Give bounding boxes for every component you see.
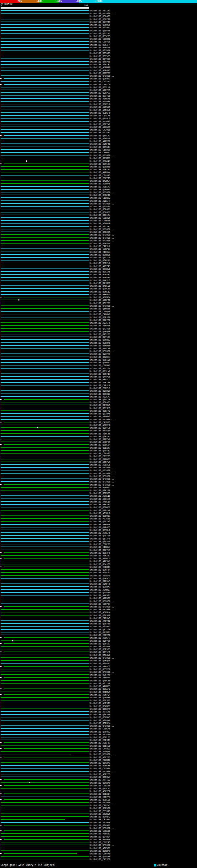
- hit-bar[interactable]: [1, 584, 89, 584]
- hit-label[interactable]: UniRef100_Q32ZG0: [90, 628, 110, 631]
- hit-label[interactable]: UniRef100_A8IZK3: [90, 9, 110, 12]
- hit-label[interactable]: UniRef100_Q6CWK3: [90, 716, 110, 719]
- hit-label[interactable]: UniRef100_C5YVN1: [90, 81, 110, 83]
- hit-bar[interactable]: [1, 697, 89, 698]
- hit-bar[interactable]: [1, 288, 89, 289]
- hit-label[interactable]: UniRef100_B6Q3P6: [90, 552, 110, 554]
- hit-bar[interactable]: [1, 709, 89, 709]
- hit-bar[interactable]: [1, 308, 89, 309]
- hit-label[interactable]: UniRef100_Q6LA05: [90, 401, 110, 404]
- hit-label[interactable]: UniRef100_UPI000...: [90, 770, 114, 773]
- hit-bar[interactable]: [1, 641, 89, 641]
- hit-label[interactable]: UniRef100_Q6BSM4: [90, 722, 110, 724]
- hit-label[interactable]: UniRef100_B3R6V5: [90, 293, 110, 296]
- hit-bar[interactable]: [1, 828, 89, 828]
- hit-label[interactable]: UniRef100_A4RUV4: [90, 171, 110, 174]
- hit-label[interactable]: UniRef100_A6EE73: [90, 186, 110, 188]
- hit-label[interactable]: UniRef100_A7TSW5: [90, 711, 110, 713]
- hit-label[interactable]: UniRef100_Q4PCW0: [90, 680, 110, 682]
- hit-bar[interactable]: [1, 186, 89, 187]
- hit-bar[interactable]: [1, 547, 89, 547]
- hit-label[interactable]: UniRef100_Q4G164: [90, 214, 110, 216]
- hit-label[interactable]: UniRef100_Q1NRT6: [90, 308, 110, 310]
- hit-bar[interactable]: [1, 700, 89, 701]
- hit-bar[interactable]: [1, 811, 89, 811]
- hit-bar[interactable]: [1, 581, 89, 581]
- hit-bar[interactable]: [1, 192, 89, 192]
- hit-bar[interactable]: [1, 768, 89, 769]
- hit-bar[interactable]: [1, 683, 89, 684]
- hit-bar[interactable]: [1, 416, 89, 416]
- hit-bar[interactable]: [1, 320, 89, 320]
- hit-bar[interactable]: [1, 61, 89, 62]
- hit-bar[interactable]: [1, 408, 89, 408]
- hit-label[interactable]: UniRef100_Q5WBZ7: [90, 362, 110, 364]
- hit-bar[interactable]: [1, 67, 89, 67]
- hit-label[interactable]: UniRef100_B0CS52: [90, 699, 110, 702]
- hit-bar[interactable]: [1, 197, 89, 198]
- hit-label[interactable]: UniRef100_Q5XXD9: [90, 256, 110, 259]
- hit-label[interactable]: UniRef100_B3NE12: [90, 291, 110, 293]
- hit-label[interactable]: UniRef100_UPI000...: [90, 844, 114, 846]
- hit-bar[interactable]: [1, 518, 89, 519]
- hit-bar[interactable]: [1, 209, 89, 209]
- hit-bar[interactable]: [1, 649, 89, 649]
- hit-label[interactable]: UniRef100_A8BPB6: [90, 324, 110, 327]
- hit-label[interactable]: UniRef100_UPI000...: [90, 418, 114, 421]
- hit-bar[interactable]: [4, 808, 89, 808]
- hit-label[interactable]: UniRef100_B6T9B9: [90, 58, 110, 60]
- hit-label[interactable]: UniRef100_C5WTC9: [90, 84, 110, 86]
- hit-label[interactable]: UniRef100_Q019M8: [90, 412, 110, 415]
- hit-bar[interactable]: [4, 831, 89, 831]
- hit-label[interactable]: UniRef100_B3LS96: [90, 799, 110, 801]
- hit-bar[interactable]: [1, 234, 89, 235]
- hit-bar[interactable]: [1, 16, 89, 16]
- hit-label[interactable]: UniRef100_B0FCU8: [90, 262, 110, 265]
- hit-label[interactable]: UniRef100_C5FP27: [90, 603, 110, 606]
- hit-label[interactable]: UniRef100_C4YJB8: [90, 858, 110, 861]
- hit-label[interactable]: UniRef100_Q45PM9: [90, 591, 110, 594]
- hit-bar[interactable]: [1, 70, 89, 70]
- hit-bar[interactable]: [4, 566, 89, 567]
- hit-bar[interactable]: [1, 805, 89, 805]
- hit-bar[interactable]: [1, 603, 89, 604]
- hit-bar[interactable]: [1, 348, 89, 348]
- hit-label[interactable]: UniRef100_Q5KHZ1: [90, 705, 110, 708]
- hit-bar[interactable]: [1, 260, 89, 260]
- hit-label[interactable]: UniRef100_C1C0N4: [90, 251, 110, 253]
- hit-label[interactable]: UniRef100_B6A176: [90, 271, 110, 273]
- hit-label[interactable]: UniRef100_C1FDJ9: [90, 149, 110, 151]
- hit-bar[interactable]: [1, 842, 89, 842]
- hit-bar[interactable]: [1, 394, 89, 394]
- hit-bar[interactable]: [1, 27, 89, 28]
- hit-label[interactable]: UniRef100_UPI000...: [90, 480, 114, 483]
- hit-label[interactable]: UniRef100_Q5AEW6: [90, 856, 110, 858]
- hit-label[interactable]: UniRef100_B8SW76: [90, 342, 110, 344]
- hit-label[interactable]: UniRef100_Q3SC05: [90, 35, 110, 37]
- hit-bar[interactable]: [1, 504, 89, 505]
- hit-label[interactable]: UniRef100_A9RSW6: [90, 109, 110, 112]
- hit-bar[interactable]: [1, 337, 89, 337]
- hit-bar[interactable]: [1, 859, 89, 859]
- hit-label[interactable]: UniRef100_C4YNR4: [90, 767, 110, 770]
- hit-bar[interactable]: [1, 195, 89, 195]
- hit-label[interactable]: UniRef100_C0H7L1: [90, 387, 110, 390]
- hit-label[interactable]: UniRef100_B9SK07: [90, 571, 110, 574]
- hit-label[interactable]: UniRef100_Q6BXJ4: [90, 793, 110, 795]
- hit-label[interactable]: UniRef100_Q6L4D9: [90, 15, 110, 18]
- hit-bar[interactable]: [1, 113, 89, 113]
- hit-bar[interactable]: [1, 731, 89, 732]
- hit-bar[interactable]: [1, 510, 89, 510]
- hit-label[interactable]: UniRef100_A9PGQ5: [90, 106, 110, 108]
- hit-label[interactable]: UniRef100_Q5KQJ8: [90, 659, 110, 662]
- hit-bar[interactable]: [1, 95, 89, 96]
- hit-bar[interactable]: [1, 427, 89, 428]
- hit-label[interactable]: UniRef100_A7NF70: [90, 299, 110, 302]
- hit-label[interactable]: UniRef100_B9F8H4: [90, 242, 110, 245]
- hit-label[interactable]: UniRef100_B6JY58: [90, 682, 110, 685]
- hit-bar[interactable]: [1, 33, 89, 34]
- hit-label[interactable]: UniRef100_A8PBF4: [90, 677, 110, 679]
- hit-label[interactable]: UniRef100_Q9SM51: [90, 157, 110, 159]
- hit-label[interactable]: UniRef100_Q08558: [90, 807, 110, 809]
- hit-label[interactable]: UniRef100_UPI000...: [90, 475, 114, 477]
